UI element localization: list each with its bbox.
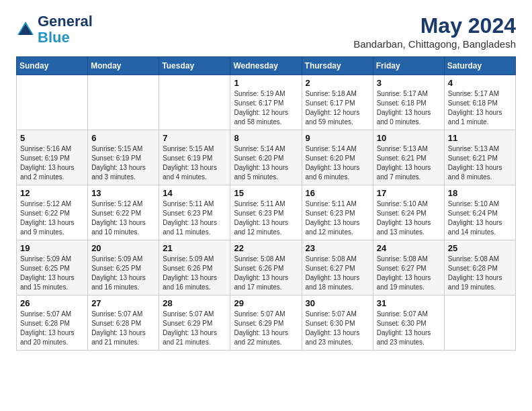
calendar-cell: 22Sunrise: 5:08 AM Sunset: 6:26 PM Dayli… [230,240,302,295]
day-number: 29 [234,298,298,308]
day-info: Sunrise: 5:08 AM Sunset: 6:27 PM Dayligh… [306,255,369,292]
weekday-header-tuesday: Tuesday [159,57,230,75]
day-info: Sunrise: 5:10 AM Sunset: 6:24 PM Dayligh… [377,199,441,237]
weekday-header-wednesday: Wednesday [230,57,302,75]
calendar-cell: 1Sunrise: 5:19 AM Sunset: 6:17 PM Daylig… [230,75,302,130]
weekday-header-friday: Friday [373,57,444,75]
day-number: 2 [306,78,369,88]
calendar-cell: 25Sunrise: 5:08 AM Sunset: 6:28 PM Dayli… [444,240,515,295]
day-info: Sunrise: 5:09 AM Sunset: 6:26 PM Dayligh… [163,255,226,292]
day-info: Sunrise: 5:14 AM Sunset: 6:20 PM Dayligh… [234,144,298,182]
day-info: Sunrise: 5:15 AM Sunset: 6:19 PM Dayligh… [91,144,155,182]
calendar-cell: 30Sunrise: 5:07 AM Sunset: 6:30 PM Dayli… [302,295,373,351]
day-number: 15 [234,188,298,198]
day-info: Sunrise: 5:14 AM Sunset: 6:20 PM Dayligh… [306,144,369,182]
calendar-cell: 29Sunrise: 5:07 AM Sunset: 6:29 PM Dayli… [230,295,302,351]
day-number: 14 [163,188,226,198]
calendar-cell: 15Sunrise: 5:11 AM Sunset: 6:23 PM Dayli… [230,185,302,240]
day-number: 24 [377,243,441,253]
logo-text: General Blue [38,13,93,46]
calendar-cell: 10Sunrise: 5:13 AM Sunset: 6:21 PM Dayli… [373,130,444,185]
day-number: 25 [448,243,512,253]
calendar-cell: 11Sunrise: 5:13 AM Sunset: 6:21 PM Dayli… [444,130,515,185]
day-number: 21 [163,243,226,253]
day-number: 26 [20,298,84,308]
day-number: 10 [377,133,441,143]
day-number: 22 [234,243,298,253]
day-number: 20 [91,243,155,253]
day-number: 27 [91,298,155,308]
day-info: Sunrise: 5:07 AM Sunset: 6:29 PM Dayligh… [163,310,226,347]
calendar-cell: 7Sunrise: 5:15 AM Sunset: 6:19 PM Daylig… [159,130,230,185]
day-info: Sunrise: 5:08 AM Sunset: 6:27 PM Dayligh… [377,255,441,292]
logo: General Blue [16,13,93,46]
day-info: Sunrise: 5:12 AM Sunset: 6:22 PM Dayligh… [20,199,84,237]
calendar-cell [159,75,230,130]
day-info: Sunrise: 5:17 AM Sunset: 6:18 PM Dayligh… [377,89,441,127]
calendar-cell: 4Sunrise: 5:17 AM Sunset: 6:18 PM Daylig… [444,75,515,130]
location-subtitle: Bandarban, Chittagong, Bangladesh [353,38,516,50]
calendar-cell: 2Sunrise: 5:18 AM Sunset: 6:17 PM Daylig… [302,75,373,130]
calendar-cell [17,75,88,130]
calendar-cell [444,295,515,351]
day-info: Sunrise: 5:11 AM Sunset: 6:23 PM Dayligh… [163,199,226,237]
day-number: 5 [20,133,84,143]
day-info: Sunrise: 5:10 AM Sunset: 6:24 PM Dayligh… [448,199,512,237]
day-info: Sunrise: 5:17 AM Sunset: 6:18 PM Dayligh… [448,89,512,127]
calendar-cell: 6Sunrise: 5:15 AM Sunset: 6:19 PM Daylig… [88,130,159,185]
calendar-cell: 3Sunrise: 5:17 AM Sunset: 6:18 PM Daylig… [373,75,444,130]
weekday-header-thursday: Thursday [302,57,373,75]
day-info: Sunrise: 5:11 AM Sunset: 6:23 PM Dayligh… [234,199,298,237]
day-number: 3 [377,78,441,88]
day-number: 19 [20,243,84,253]
day-info: Sunrise: 5:09 AM Sunset: 6:25 PM Dayligh… [20,255,84,292]
weekday-header-sunday: Sunday [17,57,88,75]
logo-icon [16,20,35,39]
day-number: 1 [234,78,298,88]
day-info: Sunrise: 5:11 AM Sunset: 6:23 PM Dayligh… [306,199,369,237]
day-number: 28 [163,298,226,308]
day-number: 17 [377,188,441,198]
day-info: Sunrise: 5:07 AM Sunset: 6:30 PM Dayligh… [306,310,369,347]
day-number: 12 [20,188,84,198]
day-number: 31 [377,298,441,308]
day-number: 16 [306,188,369,198]
title-block: May 2024 Bandarban, Chittagong, Banglade… [353,13,516,50]
day-info: Sunrise: 5:16 AM Sunset: 6:19 PM Dayligh… [20,144,84,182]
calendar-cell: 14Sunrise: 5:11 AM Sunset: 6:23 PM Dayli… [159,185,230,240]
calendar-cell [88,75,159,130]
calendar-cell: 16Sunrise: 5:11 AM Sunset: 6:23 PM Dayli… [302,185,373,240]
day-number: 8 [234,133,298,143]
calendar-cell: 20Sunrise: 5:09 AM Sunset: 6:25 PM Dayli… [88,240,159,295]
day-number: 6 [91,133,155,143]
day-info: Sunrise: 5:07 AM Sunset: 6:28 PM Dayligh… [91,310,155,347]
month-title: May 2024 [353,13,516,38]
day-info: Sunrise: 5:13 AM Sunset: 6:21 PM Dayligh… [448,144,512,182]
day-info: Sunrise: 5:13 AM Sunset: 6:21 PM Dayligh… [377,144,441,182]
day-number: 30 [306,298,369,308]
calendar-table: SundayMondayTuesdayWednesdayThursdayFrid… [16,56,516,351]
day-info: Sunrise: 5:08 AM Sunset: 6:28 PM Dayligh… [448,255,512,292]
calendar-cell: 5Sunrise: 5:16 AM Sunset: 6:19 PM Daylig… [17,130,88,185]
day-info: Sunrise: 5:18 AM Sunset: 6:17 PM Dayligh… [306,89,369,127]
day-number: 4 [448,78,512,88]
calendar-cell: 27Sunrise: 5:07 AM Sunset: 6:28 PM Dayli… [88,295,159,351]
day-info: Sunrise: 5:19 AM Sunset: 6:17 PM Dayligh… [234,89,298,127]
calendar-cell: 24Sunrise: 5:08 AM Sunset: 6:27 PM Dayli… [373,240,444,295]
calendar-cell: 23Sunrise: 5:08 AM Sunset: 6:27 PM Dayli… [302,240,373,295]
day-info: Sunrise: 5:07 AM Sunset: 6:28 PM Dayligh… [20,310,84,347]
calendar-cell: 21Sunrise: 5:09 AM Sunset: 6:26 PM Dayli… [159,240,230,295]
weekday-header-monday: Monday [88,57,159,75]
day-info: Sunrise: 5:07 AM Sunset: 6:30 PM Dayligh… [377,310,441,347]
calendar-cell: 28Sunrise: 5:07 AM Sunset: 6:29 PM Dayli… [159,295,230,351]
calendar-cell: 19Sunrise: 5:09 AM Sunset: 6:25 PM Dayli… [17,240,88,295]
calendar-cell: 8Sunrise: 5:14 AM Sunset: 6:20 PM Daylig… [230,130,302,185]
day-number: 18 [448,188,512,198]
day-number: 13 [91,188,155,198]
calendar-cell: 13Sunrise: 5:12 AM Sunset: 6:22 PM Dayli… [88,185,159,240]
calendar-cell: 12Sunrise: 5:12 AM Sunset: 6:22 PM Dayli… [17,185,88,240]
day-info: Sunrise: 5:12 AM Sunset: 6:22 PM Dayligh… [91,199,155,237]
day-number: 23 [306,243,369,253]
day-info: Sunrise: 5:09 AM Sunset: 6:25 PM Dayligh… [91,255,155,292]
day-info: Sunrise: 5:07 AM Sunset: 6:29 PM Dayligh… [234,310,298,347]
